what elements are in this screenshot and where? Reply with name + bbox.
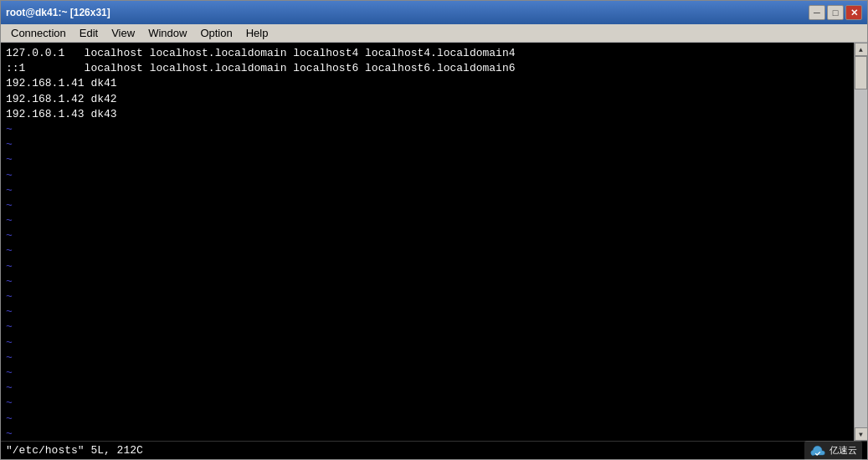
terminal-line: ~ xyxy=(6,304,849,319)
terminal-line: ~ xyxy=(6,365,849,381)
scroll-down-button[interactable]: ▼ xyxy=(855,427,868,441)
status-text: "/etc/hosts" 5L, 212C xyxy=(6,444,143,457)
window-controls: ─ □ ✕ xyxy=(809,5,862,20)
close-button[interactable]: ✕ xyxy=(845,5,862,20)
terminal-line: ~ xyxy=(6,152,849,167)
scroll-thumb[interactable] xyxy=(855,56,867,89)
menu-bar: Connection Edit View Window Option Help xyxy=(1,24,867,43)
menu-help[interactable]: Help xyxy=(239,25,275,41)
terminal-line: ~ xyxy=(6,411,849,427)
terminal-line: ~ xyxy=(6,122,849,137)
terminal-line: ~ xyxy=(6,168,849,183)
terminal-line: 192.168.1.43 dk43 xyxy=(6,107,849,122)
minimize-button[interactable]: ─ xyxy=(809,5,825,20)
menu-window[interactable]: Window xyxy=(141,25,193,41)
scroll-up-button[interactable]: ▲ xyxy=(855,43,868,56)
status-bar: "/etc/hosts" 5L, 212C 亿速云 xyxy=(1,441,867,459)
terminal-line: ~ xyxy=(6,427,849,441)
watermark-text: 亿速云 xyxy=(829,444,857,457)
scrollbar[interactable]: ▲ ▼ xyxy=(854,43,867,441)
maximize-button[interactable]: □ xyxy=(827,5,844,20)
terminal-container: 127.0.0.1 localhost localhost.localdomai… xyxy=(1,43,867,441)
terminal-line: ~ xyxy=(6,319,849,335)
terminal-line: 127.0.0.1 localhost localhost.localdomai… xyxy=(6,46,849,61)
scroll-track[interactable] xyxy=(855,56,867,427)
terminal-line: ~ xyxy=(6,213,849,228)
terminal-line: ~ xyxy=(6,335,849,350)
watermark: 亿速云 xyxy=(804,441,862,461)
terminal-line: 192.168.1.42 dk42 xyxy=(6,92,849,107)
terminal-output[interactable]: 127.0.0.1 localhost localhost.localdomai… xyxy=(1,43,854,441)
menu-option[interactable]: Option xyxy=(193,25,239,41)
terminal-window: root@dk41:~ [126x31] ─ □ ✕ Connection Ed… xyxy=(0,0,868,460)
terminal-line: ~ xyxy=(6,289,849,304)
terminal-line: ~ xyxy=(6,350,849,365)
window-title: root@dk41:~ [126x31] xyxy=(6,7,110,18)
terminal-line: ~ xyxy=(6,198,849,213)
menu-edit[interactable]: Edit xyxy=(73,25,105,41)
terminal-line: ::1 localhost localhost.localdomain loca… xyxy=(6,61,849,76)
terminal-line: ~ xyxy=(6,137,849,152)
terminal-line: 192.168.1.41 dk41 xyxy=(6,76,849,91)
menu-connection[interactable]: Connection xyxy=(4,25,73,41)
terminal-line: ~ xyxy=(6,396,849,411)
terminal-line: ~ xyxy=(6,183,849,198)
terminal-line: ~ xyxy=(6,259,849,274)
terminal-line: ~ xyxy=(6,381,849,396)
cloud-icon xyxy=(809,442,826,459)
terminal-line: ~ xyxy=(6,228,849,243)
terminal-line: ~ xyxy=(6,274,849,289)
menu-view[interactable]: View xyxy=(105,25,141,41)
terminal-line: ~ xyxy=(6,243,849,258)
title-bar: root@dk41:~ [126x31] ─ □ ✕ xyxy=(1,1,867,24)
